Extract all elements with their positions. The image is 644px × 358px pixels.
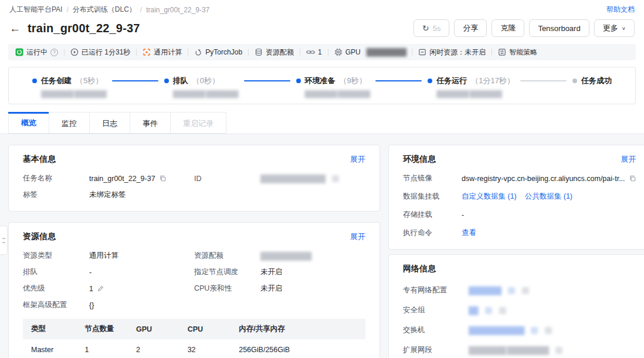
job-timeline: 任务创建 （5秒） ████████ ████████ 排队 （0秒） ████… [8,67,636,104]
timeline-step-duration: （5秒） [76,76,103,86]
breadcrumb-item-pai[interactable]: 人工智能平台PAI [9,5,62,15]
field-node-image: 节点镜像 dsw-registry-vpc.cn-beijing.cr.aliy… [403,173,636,184]
timeline-connector [520,80,567,81]
field-storage-mount: 存储挂载 - [403,209,636,220]
node-spec-table: 类型 节点数量 GPU CPU 内存/共享内存 Master 1 2 32 25… [23,319,365,358]
extended-cidr-masked: ████████ █████████ [469,346,548,354]
job-type-item: PyTorchJob [194,48,242,56]
divider [492,49,492,56]
field-resource-type: 资源类型 通用计算 [23,250,194,261]
field-label: 标签 [23,190,89,200]
status-badge: 运行中 ? [15,47,58,57]
field-datasets: 数据集挂载 自定义数据集 (1) 公共数据集 (1) [403,191,636,202]
idle-resource-label: 闲时资源：未开启 [429,47,486,57]
field-label: 资源配额 [194,251,260,261]
copy-icon[interactable] [159,175,167,182]
field-label: 排队 [23,267,89,277]
divider [188,49,188,56]
card-title: 基本信息 [23,154,56,165]
copy-icon[interactable] [332,175,339,182]
tab-logs[interactable]: 日志 [89,112,130,134]
field-node-scheduling: 指定节点调度 未开启 [194,267,365,278]
copy-icon[interactable] [499,307,506,314]
tensorboard-button[interactable]: Tensorboard [529,19,589,37]
side-drawer-handle[interactable] [0,226,8,255]
copy-icon[interactable] [555,347,562,354]
resource-quota-label: 资源配额 [266,47,294,57]
share-button[interactable]: 分享 [454,19,487,37]
cell-node-count: 1 [77,339,129,358]
help-doc-link[interactable]: 帮助文档 [606,5,635,15]
tag-icon [485,307,492,314]
copy-icon[interactable] [545,327,552,334]
page-title: train_gr00t_22_9-37 [28,22,140,35]
field-label: 指定节点调度 [194,267,260,277]
field-vpc-config: 专有网络配置 ███████ [403,285,636,296]
breadcrumb-item-dlc[interactable]: 分布式训练（DLC） [73,5,136,15]
timeline-dot [572,79,577,83]
timeline-step-label: 任务运行 [436,76,467,86]
tab-label: 重启记录 [183,119,213,128]
cell-type: Master [23,339,77,358]
timeline-step-label: 任务成功 [581,76,612,86]
back-arrow-icon[interactable]: ← [9,23,21,34]
tab-restart-records[interactable]: 重启记录 [170,112,226,134]
help-circle-icon[interactable]: ? [50,49,58,56]
timeline-dot [32,79,37,83]
divider [300,49,300,56]
custom-dataset-link[interactable]: 自定义数据集 (1) [462,192,517,202]
timeline-connector [375,80,422,81]
field-label: 优先级 [23,284,89,294]
col-node-count: 节点数量 [77,319,129,339]
overview-panel: 基本信息 展开 任务名称 train_gr00t_22_9-37 ID ████… [0,134,644,358]
timeline-timestamp-masked: ████████ ████████ [436,90,514,98]
timeline-step-run: 任务运行 （1分17秒） ████████ ████████ [428,75,514,98]
runtime-label: 已运行 1分31秒 [82,47,130,57]
queue-value: - [89,268,91,277]
public-dataset-link[interactable]: 公共数据集 (1) [525,192,572,202]
framework-config-value: {} [89,301,94,309]
field-label: ID [194,175,260,183]
expand-link[interactable]: 展开 [350,231,365,242]
col-gpu: GPU [129,319,181,339]
card-title: 资源信息 [23,231,56,242]
view-command-link[interactable]: 查看 [462,228,476,238]
expand-link[interactable]: 展开 [350,154,365,165]
resource-quota-masked: ███████████ [260,252,311,260]
cell-cpu: 32 [181,339,232,358]
col-type: 类型 [23,319,77,339]
tensorboard-label: Tensorboard [538,24,580,33]
smart-policy-item: 智能策略 [498,47,537,57]
copy-icon[interactable] [522,287,529,294]
compute-type-item: 通用计算 [143,47,182,57]
compute-type-label: 通用计算 [154,47,182,57]
vswitch-masked: ████████████ [469,326,524,335]
account-name-masked: █████████ [367,48,406,56]
timeline-step-duration: （9秒） [340,76,367,86]
timeline-step-create: 任务创建 （5秒） ████████ ████████ [32,75,106,98]
field-vswitch: 交换机 ████████████ [403,325,636,336]
more-button[interactable]: 更多 ∨ [594,19,635,37]
expand-link[interactable]: 展开 [621,154,636,165]
field-exec-command: 执行命令 查看 [403,227,636,238]
col-memory: 内存/共享内存 [232,319,365,339]
priority-value: 1 [89,285,93,293]
timeline-dot [428,79,432,83]
field-label: 扩展网段 [403,345,469,355]
auto-refresh-button[interactable]: ↻ 5s [413,19,449,37]
tab-events[interactable]: 事件 [130,112,171,134]
field-resource-quota: 资源配额 ███████████ [194,250,365,261]
idle-resource-item: 闲时资源：未开启 [418,47,486,57]
field-label: 存储挂载 [403,210,462,220]
timeline-connector [112,80,158,81]
clone-button[interactable]: 克隆 [492,19,524,37]
tags-value: 未绑定标签 [89,190,126,200]
accelerator-label: GPU [345,48,361,56]
copy-icon[interactable] [629,175,636,182]
timeline-step-label: 排队 [173,76,188,86]
tab-overview[interactable]: 概览 [8,112,49,134]
chain-icon [306,48,315,56]
timeline-step-duration: （1分17秒） [471,76,514,86]
tab-monitor[interactable]: 监控 [49,112,90,134]
edit-icon[interactable] [97,285,104,292]
